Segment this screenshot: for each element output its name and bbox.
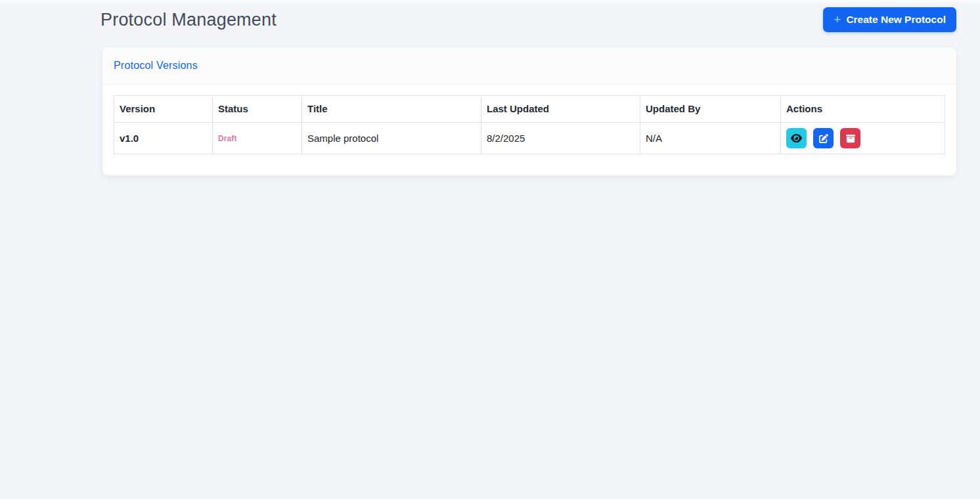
cell-status: Draft [213, 123, 302, 154]
card-body: Version Status Title Last Updated Update… [102, 85, 956, 175]
card-title: Protocol Versions [114, 60, 198, 71]
eye-icon [791, 133, 802, 144]
table-header-row: Version Status Title Last Updated Update… [114, 96, 945, 123]
page-title: Protocol Management [100, 10, 277, 30]
cell-actions [781, 123, 945, 154]
edit-button[interactable] [813, 128, 834, 148]
page-header: Protocol Management + Create New Protoco… [0, 0, 980, 32]
protocol-versions-card: Protocol Versions Version Status Title L… [102, 47, 957, 176]
cell-version: v1.0 [114, 123, 213, 154]
table-row: v1.0 Draft Sample protocol 8/2/2025 N/A [114, 123, 945, 154]
plus-icon: + [834, 13, 841, 26]
column-header-status: Status [213, 96, 302, 123]
protocol-versions-table: Version Status Title Last Updated Update… [114, 95, 945, 154]
column-header-title: Title [302, 96, 481, 123]
cell-updated-by: N/A [640, 123, 781, 154]
view-button[interactable] [786, 128, 807, 148]
column-header-last-updated: Last Updated [481, 96, 640, 123]
column-header-actions: Actions [781, 96, 945, 123]
cell-title: Sample protocol [302, 123, 481, 154]
card-header: Protocol Versions [102, 47, 956, 85]
column-header-updated-by: Updated By [640, 96, 781, 123]
pen-square-icon [819, 134, 828, 143]
create-new-protocol-button[interactable]: + Create New Protocol [823, 7, 956, 32]
status-badge: Draft [218, 134, 237, 143]
delete-button[interactable] [840, 128, 860, 148]
column-header-version: Version [114, 96, 213, 123]
archive-icon [846, 134, 855, 143]
create-button-label: Create New Protocol [846, 14, 946, 26]
cell-last-updated: 8/2/2025 [481, 123, 640, 154]
